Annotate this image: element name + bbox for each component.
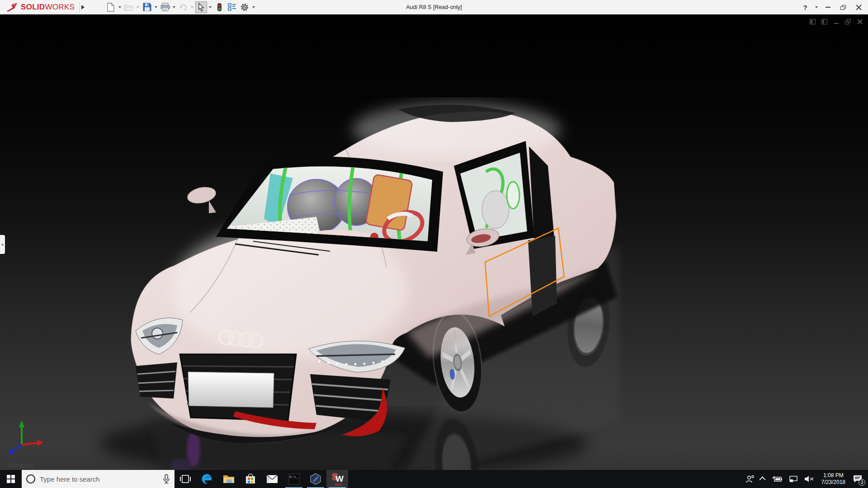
new-dropdown-caret[interactable]: [117, 1, 123, 13]
system-tray: 1:08 PM 7/23/2018 3: [742, 470, 868, 488]
print-button[interactable]: [159, 1, 171, 13]
show-pane-left-button[interactable]: [809, 18, 816, 25]
pane-left-icon: [810, 19, 816, 24]
quick-access-toolbar: [104, 1, 256, 13]
restore-icon: [840, 5, 846, 10]
people-icon: [745, 475, 755, 483]
taskbar-clock[interactable]: 1:08 PM 7/23/2018: [817, 472, 849, 486]
volume-button[interactable]: [801, 470, 817, 488]
options-list-button[interactable]: [226, 1, 238, 13]
people-button[interactable]: [742, 470, 758, 488]
network-button[interactable]: [786, 470, 801, 488]
feature-panel-tab[interactable]: [0, 235, 5, 254]
clock-time: 1:08 PM: [821, 472, 845, 479]
solidworks-brand: SOLIDWORKS: [0, 2, 79, 13]
composer-app-button[interactable]: [305, 470, 326, 488]
doc-minimize-button[interactable]: [832, 18, 840, 25]
document-window-controls: [809, 18, 863, 25]
hexagon-app-icon: [310, 473, 321, 485]
minimize-icon: [826, 7, 830, 8]
rebuild-button[interactable]: [213, 1, 225, 13]
left-mirror: [186, 185, 217, 213]
open-dropdown-caret[interactable]: [135, 1, 141, 13]
file-explorer-icon: [223, 474, 235, 484]
save-button[interactable]: [141, 1, 153, 13]
front-grille: [180, 354, 296, 421]
select-arrow-icon: [198, 3, 205, 12]
battery-icon: [772, 476, 783, 482]
edge-icon: [201, 473, 213, 485]
store-button[interactable]: [240, 470, 261, 488]
orientation-triad: [5, 417, 45, 457]
mail-icon: [266, 474, 278, 483]
side-blade: [528, 236, 557, 316]
gear-icon: [240, 3, 249, 12]
task-view-icon: [180, 474, 191, 484]
clock-date: 7/23/2018: [821, 479, 845, 486]
restore-button[interactable]: [836, 1, 850, 13]
app-titlebar: SOLIDWORKS: [0, 0, 868, 14]
open-button[interactable]: [123, 1, 135, 13]
help-button[interactable]: ?: [798, 1, 812, 13]
save-floppy-icon: [143, 3, 151, 11]
solidworks-app-icon: S W 2017: [331, 473, 343, 485]
doc-minimize-icon: [834, 23, 839, 24]
panel-tab-dot-icon: [1, 244, 4, 246]
windows-logo-icon: [7, 475, 15, 483]
task-view-button[interactable]: [175, 470, 196, 488]
pane-right-icon: [821, 19, 827, 24]
file-explorer-button[interactable]: [218, 470, 240, 488]
windows-taskbar: C:\_ S W 2017: [0, 470, 868, 488]
start-button[interactable]: [0, 470, 22, 488]
graphics-viewport[interactable]: *Dimetric: [0, 14, 868, 470]
taskbar-search[interactable]: [22, 470, 175, 488]
action-center-button[interactable]: 3: [849, 470, 868, 488]
cortana-icon: [26, 474, 35, 483]
store-icon: [245, 474, 256, 484]
view-orientation-label: *Dimetric: [6, 461, 34, 469]
show-hidden-icons-button[interactable]: [758, 470, 769, 488]
microphone-icon[interactable]: [163, 474, 170, 484]
doc-close-button[interactable]: [856, 18, 863, 25]
license-plate: [188, 372, 274, 408]
help-dropdown-caret[interactable]: [814, 1, 819, 13]
volume-muted-icon: [804, 475, 814, 483]
network-icon: [789, 475, 798, 483]
print-icon: [160, 3, 170, 11]
properties-list-icon: [228, 3, 236, 11]
mail-button[interactable]: [261, 470, 283, 488]
command-prompt-button[interactable]: C:\_: [283, 470, 305, 488]
select-dropdown-caret[interactable]: [208, 1, 213, 13]
minimize-button[interactable]: [821, 1, 835, 13]
select-tool-button[interactable]: [195, 1, 207, 13]
doc-restore-icon: [845, 19, 851, 24]
power-button[interactable]: [769, 470, 786, 488]
notification-badge: 3: [859, 479, 865, 486]
search-input[interactable]: [40, 475, 158, 483]
undo-icon: [179, 3, 188, 11]
car-render: [0, 14, 868, 470]
traffic-light-icon: [217, 3, 222, 12]
save-dropdown-caret[interactable]: [153, 1, 159, 13]
toolbar-flyout-button[interactable]: [79, 2, 86, 13]
solidworks-taskbar-button[interactable]: S W 2017: [326, 470, 348, 488]
brand-wordmark: SOLIDWORKS: [21, 3, 75, 12]
close-button[interactable]: [852, 1, 865, 13]
new-document-button[interactable]: [105, 1, 117, 13]
flyout-arrow-icon: [81, 5, 85, 9]
settings-dropdown-caret[interactable]: [251, 1, 256, 13]
new-document-icon: [107, 3, 115, 12]
edge-taskbar-button[interactable]: [196, 470, 218, 488]
command-prompt-icon: C:\_: [288, 474, 300, 485]
solidworks-logo-icon: [5, 2, 19, 13]
print-dropdown-caret[interactable]: [171, 1, 177, 13]
close-icon: [856, 5, 862, 10]
open-folder-icon: [124, 3, 134, 11]
chevron-up-icon: [759, 476, 765, 483]
show-pane-right-button[interactable]: [821, 18, 828, 25]
settings-button[interactable]: [239, 1, 250, 13]
doc-close-icon: [857, 19, 863, 24]
undo-button[interactable]: [177, 1, 189, 13]
doc-restore-button[interactable]: [844, 18, 852, 25]
undo-dropdown-caret[interactable]: [189, 1, 195, 13]
